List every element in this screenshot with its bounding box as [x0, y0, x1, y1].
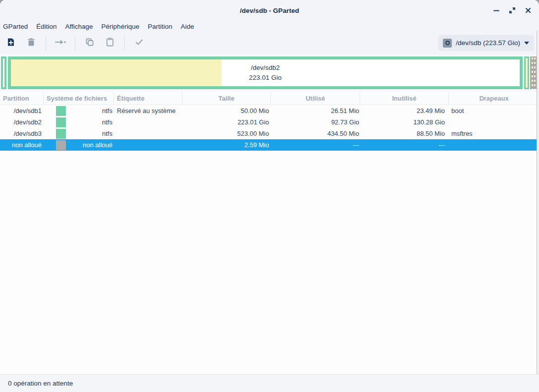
close-button[interactable] [521, 3, 535, 17]
partition-label [114, 139, 182, 151]
partition-label [114, 128, 182, 139]
filesystem-cell: ntfs [44, 128, 114, 139]
table-row[interactable]: /dev/sdb1 ntfs Réservé au système 50.00 … [0, 105, 539, 116]
copy-icon [85, 37, 95, 49]
new-partition-icon [6, 37, 16, 49]
header-partition: Partition [0, 92, 44, 105]
filesystem-color-swatch [56, 140, 66, 150]
paste-icon [105, 37, 115, 49]
partition-table: Partition Système de fichiers Étiquette … [0, 92, 539, 374]
partition-segment-sdb3[interactable] [524, 56, 529, 89]
partition-size: 523.00 Mio [182, 128, 271, 139]
partition-size: 2.59 Mio [182, 139, 271, 151]
filesystem-name: ntfs [66, 130, 112, 137]
header-label: Étiquette [114, 92, 182, 105]
toolbar-separator [46, 36, 46, 51]
partition-segment-sdb2[interactable]: /dev/sdb2 223.01 Gio [8, 56, 523, 89]
filesystem-name: ntfs [66, 118, 112, 126]
header-size: Taille [182, 92, 271, 105]
toolbar-separator [75, 36, 75, 51]
partition-name: /dev/sdb3 [0, 128, 44, 139]
partition-flags [449, 116, 539, 128]
title-bar[interactable]: /dev/sdb - GParted [0, 0, 539, 21]
segment-label: /dev/sdb2 223.01 Gio [11, 59, 520, 86]
window-controls [489, 0, 535, 21]
scrollbar-strip [537, 31, 539, 374]
header-flags: Drapeaux [449, 92, 539, 105]
partition-flags: boot [449, 105, 539, 116]
menu-edition[interactable]: Édition [32, 22, 60, 31]
partition-unused: --- [360, 139, 449, 151]
resize-move-button[interactable] [52, 35, 69, 52]
filesystem-name: non alloué [66, 141, 112, 149]
status-bar: 0 opération en attente [0, 374, 539, 392]
filesystem-name: ntfs [66, 107, 112, 114]
menu-partition[interactable]: Partition [144, 22, 176, 31]
disk-visual-bar: /dev/sdb2 223.01 Gio [0, 55, 539, 92]
maximize-button[interactable] [505, 3, 519, 17]
delete-partition-button[interactable] [22, 35, 40, 52]
close-icon [524, 6, 532, 14]
partition-flags [449, 139, 539, 151]
partition-segment-unallocated[interactable] [530, 56, 537, 89]
partition-unused: 88.50 Mio [360, 128, 449, 139]
partition-unused: 23.49 Mio [360, 105, 449, 116]
apply-operations-button[interactable] [130, 35, 148, 52]
menu-gparted[interactable]: GParted [0, 22, 32, 31]
filesystem-color-swatch [56, 129, 66, 139]
menu-aide[interactable]: Aide [177, 22, 198, 31]
window-title: /dev/sdb - GParted [240, 7, 299, 14]
device-selector-label: /dev/sdb (223.57 Gio) [456, 39, 520, 47]
pending-operations-text: 0 opération en attente [8, 380, 73, 387]
minimize-button[interactable] [489, 3, 503, 17]
trash-icon [26, 37, 36, 49]
chevron-down-icon [524, 42, 529, 45]
filesystem-color-swatch [56, 106, 66, 116]
new-partition-button[interactable] [2, 35, 20, 52]
minimize-icon [492, 6, 500, 14]
filesystem-cell: ntfs [44, 116, 114, 128]
resize-move-icon [54, 37, 66, 49]
filesystem-cell: non alloué [44, 139, 114, 151]
toolbar: /dev/sdb (223.57 Gio) [0, 32, 539, 55]
partition-segment-sdb1[interactable] [1, 56, 6, 89]
table-row-selected[interactable]: non alloué non alloué 2.59 Mio --- --- [0, 139, 539, 151]
device-selector[interactable]: /dev/sdb (223.57 Gio) [438, 35, 534, 51]
menu-affichage[interactable]: Affichage [61, 22, 97, 31]
header-filesystem: Système de fichiers [44, 92, 114, 105]
header-unused: Inutilisé [360, 92, 449, 105]
table-empty-area [0, 151, 539, 374]
table-row[interactable]: /dev/sdb3 ntfs 523.00 Mio 434.50 Mio 88.… [0, 128, 539, 139]
partition-size: 50.00 Mio [182, 105, 271, 116]
maximize-icon [508, 6, 516, 14]
header-used: Utilisé [271, 92, 360, 105]
partition-used: 434.50 Mio [271, 128, 360, 139]
table-row[interactable]: /dev/sdb2 ntfs 223.01 Gio 92.73 Gio 130.… [0, 116, 539, 128]
partition-unused: 130.28 Gio [360, 116, 449, 128]
harddisk-icon [443, 39, 452, 48]
filesystem-cell: ntfs [44, 105, 114, 116]
partition-name: /dev/sdb1 [0, 105, 44, 116]
segment-partition-size: 223.01 Gio [249, 73, 281, 83]
toolbar-separator [124, 36, 125, 51]
partition-name: /dev/sdb2 [0, 116, 44, 128]
partition-used: 26.51 Mio [271, 105, 360, 116]
menu-peripherique[interactable]: Périphérique [98, 22, 144, 31]
paste-partition-button[interactable] [101, 35, 119, 52]
gparted-window: /dev/sdb - GParted GPar [0, 0, 539, 392]
copy-partition-button[interactable] [81, 35, 99, 52]
table-header-row: Partition Système de fichiers Étiquette … [0, 92, 539, 105]
partition-label: Réservé au système [114, 105, 182, 116]
partition-label [114, 116, 182, 128]
segment-partition-name: /dev/sdb2 [251, 63, 280, 73]
partition-name: non alloué [0, 139, 44, 151]
partition-used: --- [271, 139, 360, 151]
partition-flags: msftres [449, 128, 539, 139]
partition-used: 92.73 Gio [271, 116, 360, 128]
menu-bar: GParted Édition Affichage Périphérique P… [0, 21, 539, 32]
partition-size: 223.01 Gio [182, 116, 271, 128]
check-icon [134, 37, 144, 49]
filesystem-color-swatch [56, 117, 66, 127]
